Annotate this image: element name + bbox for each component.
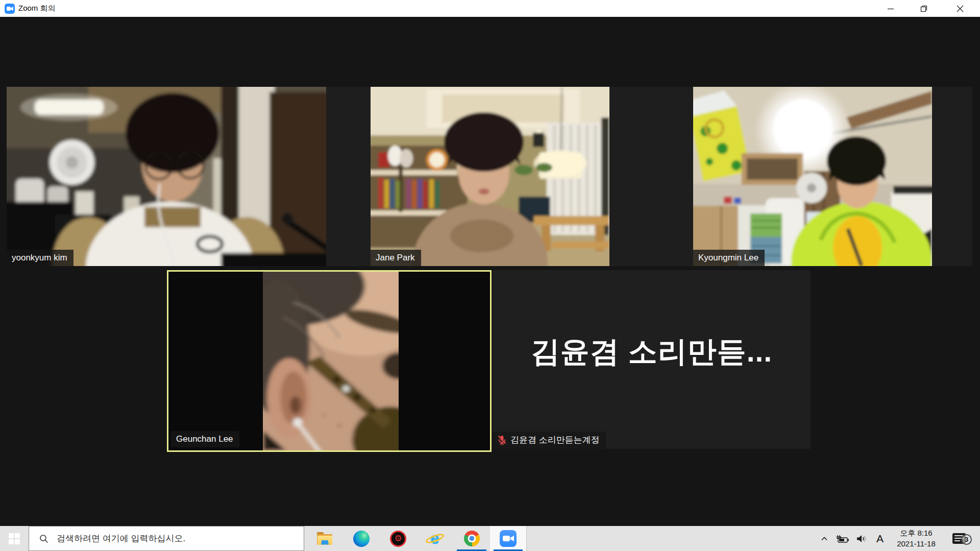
system-tray: A 오후 8:16 2021-11-18 3 — [816, 526, 980, 551]
tray-volume-button[interactable] — [852, 526, 871, 551]
restore-button[interactable] — [907, 0, 940, 17]
taskbar-chrome-button[interactable] — [453, 526, 490, 551]
close-button[interactable] — [940, 0, 980, 17]
restore-down-icon — [920, 5, 927, 12]
file-explorer-icon — [316, 532, 333, 545]
zoom-icon — [500, 530, 517, 547]
chevron-up-icon — [820, 535, 828, 542]
video-feed — [7, 87, 326, 266]
participant-name: yoonkyum kim — [12, 253, 67, 262]
camera-icon — [7, 7, 11, 11]
zoom-app-icon — [5, 4, 15, 14]
close-icon — [957, 5, 964, 12]
video-tile-yoonkyum-kim[interactable]: yoonkyum kim — [7, 87, 326, 266]
title-bar: Zoom 회의 — [0, 0, 980, 17]
windows-taskbar: ⚙ e — [0, 526, 980, 551]
muted-mic-icon — [498, 435, 506, 445]
tray-time: 오후 8:16 — [900, 528, 932, 538]
participant-name-label: 김윤겸 소리만듣는계정 — [493, 432, 606, 449]
internet-explorer-icon: e — [426, 531, 444, 547]
windows-logo-icon — [9, 533, 20, 544]
participant-name: Geunchan Lee — [176, 435, 233, 443]
notification-count-badge: 3 — [961, 534, 972, 545]
battery-charging-icon — [836, 534, 849, 543]
tray-battery-button[interactable] — [833, 526, 852, 551]
microsoft-edge-icon — [353, 531, 370, 547]
action-center-button[interactable]: 3 — [943, 526, 975, 551]
tray-show-hidden-icons-button[interactable] — [816, 526, 833, 551]
participant-name: 김윤겸 소리만듣는계정 — [510, 436, 600, 444]
minimize-button[interactable] — [874, 0, 907, 17]
taskbar-edge-button[interactable] — [343, 526, 380, 551]
taskbar-zoom-button[interactable] — [490, 526, 527, 551]
participant-name-label: yoonkyum kim — [7, 250, 74, 266]
participant-name: Jane Park — [376, 253, 415, 262]
start-button[interactable] — [0, 526, 29, 551]
video-tile-geunchan-lee-active-speaker[interactable]: Geunchan Lee — [167, 270, 492, 452]
search-input[interactable] — [56, 526, 304, 550]
zoom-meeting-window: Zoom 회의 — [0, 0, 980, 551]
video-feed — [263, 272, 399, 450]
gallery-view: yoonkyum kim — [0, 17, 980, 526]
security-gear-icon: ⚙ — [390, 531, 406, 547]
taskbar-internet-explorer-button[interactable]: e — [416, 526, 453, 551]
portrait-video — [263, 272, 399, 450]
participant-name-label: Jane Park — [371, 250, 421, 266]
minimize-icon — [887, 5, 894, 12]
taskbar-security-tool-button[interactable]: ⚙ — [380, 526, 416, 551]
tray-ime-indicator[interactable]: A — [871, 526, 889, 551]
video-tile-jane-park[interactable]: Jane Park — [371, 87, 609, 266]
search-icon — [39, 534, 48, 543]
tray-date: 2021-11-18 — [897, 539, 936, 549]
google-chrome-icon — [464, 531, 480, 546]
speaker-icon — [856, 534, 867, 543]
video-feed — [693, 87, 932, 266]
taskbar-file-explorer-button[interactable] — [306, 526, 343, 551]
video-feed — [371, 87, 609, 266]
video-tile-kim-yoonkyum-audio-only[interactable]: 김윤겸 소리만듣... 김윤겸 소리만듣는계정 — [493, 270, 811, 449]
taskbar-app-icons: ⚙ e — [306, 526, 527, 551]
video-tile-kyoungmin-lee[interactable]: Kyoungmin Lee — [693, 87, 932, 266]
participant-name-label: Geunchan Lee — [171, 431, 239, 447]
participant-name: Kyoungmin Lee — [698, 253, 758, 262]
participant-name-label: Kyoungmin Lee — [693, 250, 765, 266]
tray-clock[interactable]: 오후 8:16 2021-11-18 — [889, 526, 943, 551]
window-title: Zoom 회의 — [18, 0, 56, 17]
video-off-display-name: 김윤겸 소리만듣... — [493, 270, 811, 434]
taskbar-search-box[interactable] — [29, 526, 304, 551]
